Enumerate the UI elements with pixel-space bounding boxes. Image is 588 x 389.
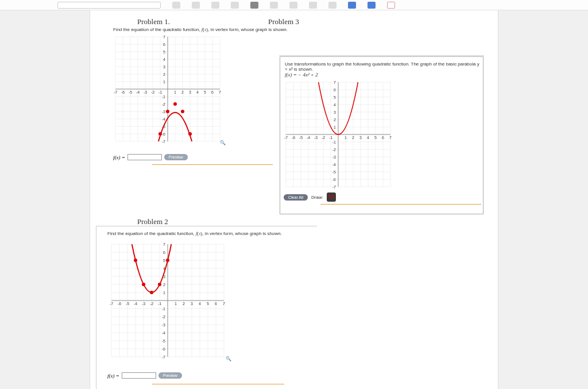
draw-label: Draw: — [311, 195, 323, 200]
bullets-icon[interactable] — [289, 2, 297, 9]
zoom-icon[interactable]: 🔍 — [226, 356, 231, 361]
svg-text:7: 7 — [223, 302, 225, 306]
dotted-rule — [280, 55, 483, 56]
svg-text:-4: -4 — [136, 90, 140, 94]
svg-point-183 — [166, 259, 169, 262]
svg-text:7: 7 — [334, 80, 336, 84]
svg-text:-5: -5 — [299, 136, 303, 140]
svg-text:3: 3 — [163, 65, 165, 69]
list-icon[interactable] — [270, 2, 278, 9]
svg-text:5: 5 — [163, 50, 165, 54]
svg-text:6: 6 — [163, 43, 165, 47]
underline — [320, 204, 481, 205]
font-select[interactable] — [57, 2, 161, 9]
svg-text:1: 1 — [175, 302, 177, 306]
svg-text:-2: -2 — [162, 102, 165, 106]
underline-icon[interactable] — [211, 2, 219, 9]
svg-text:6: 6 — [211, 90, 214, 94]
color-icon[interactable] — [231, 2, 239, 9]
problem1-answer-input[interactable] — [127, 154, 162, 160]
svg-text:5: 5 — [163, 259, 165, 263]
problem3-prompt: Use transformations to graph the followi… — [285, 61, 480, 72]
svg-text:-1: -1 — [332, 140, 336, 144]
svg-text:5: 5 — [207, 302, 209, 306]
svg-text:6: 6 — [334, 88, 336, 92]
svg-text:-1: -1 — [329, 136, 332, 140]
problem3-container: Use transformations to graph the followi… — [280, 56, 483, 214]
top-rule — [96, 226, 317, 226]
svg-text:-4: -4 — [162, 331, 165, 335]
page: Problem 1. Find the equation of the quad… — [90, 10, 498, 389]
svg-text:3: 3 — [191, 302, 193, 306]
svg-text:7: 7 — [389, 136, 392, 140]
svg-text:6: 6 — [382, 136, 384, 140]
problem3-controls: Clear All Draw: — [284, 192, 336, 202]
highlight-icon[interactable] — [250, 2, 258, 9]
problem1-prompt: Find the equation of the quadratic funct… — [113, 27, 288, 33]
svg-text:-5: -5 — [332, 170, 336, 174]
svg-text:1: 1 — [174, 90, 176, 94]
problem2-title: Problem 2 — [137, 217, 168, 226]
svg-text:6: 6 — [163, 251, 165, 255]
draw-icon[interactable] — [348, 2, 356, 9]
svg-text:7: 7 — [219, 90, 221, 94]
svg-text:-6: -6 — [162, 347, 165, 351]
svg-text:-6: -6 — [162, 132, 165, 136]
italic-icon[interactable] — [192, 2, 200, 9]
svg-text:3: 3 — [359, 136, 362, 140]
image-icon[interactable] — [387, 2, 395, 9]
svg-point-181 — [158, 283, 161, 286]
clear-all-button[interactable]: Clear All — [284, 194, 308, 201]
problem2-answer-input[interactable] — [122, 372, 156, 379]
problem1-title: Problem 1. — [137, 17, 170, 26]
svg-text:-7: -7 — [284, 136, 288, 140]
problem2-preview-button[interactable]: Preview — [158, 372, 182, 379]
underline — [152, 384, 284, 384]
svg-text:6: 6 — [215, 302, 217, 306]
svg-text:-4: -4 — [332, 163, 336, 167]
svg-point-59 — [166, 110, 169, 113]
problem3-graph[interactable]: -7-6-5-4-3-2-1 1234567 7654321 -1-2-3-4-… — [284, 80, 393, 189]
svg-text:-4: -4 — [307, 136, 310, 140]
svg-text:-2: -2 — [150, 302, 153, 306]
outdent-icon[interactable] — [328, 2, 336, 9]
svg-text:-7: -7 — [114, 90, 117, 94]
svg-text:-2: -2 — [322, 136, 325, 140]
problem1-preview-button[interactable]: Preview — [164, 154, 188, 160]
svg-text:-1: -1 — [158, 302, 161, 306]
zoom-icon[interactable]: 🔍 — [220, 140, 226, 145]
indent-icon[interactable] — [309, 2, 317, 9]
svg-text:-3: -3 — [314, 136, 318, 140]
svg-text:-2: -2 — [162, 315, 165, 319]
problem2-answer-row: f(x) = Preview — [107, 372, 182, 379]
svg-text:4: 4 — [163, 57, 165, 61]
svg-text:1: 1 — [345, 136, 347, 140]
svg-text:3: 3 — [189, 90, 191, 94]
answer-label: f(x) = — [107, 373, 119, 379]
svg-text:-2: -2 — [151, 90, 154, 94]
svg-text:-6: -6 — [121, 90, 125, 94]
problem1-answer-row: f(x) = Preview — [113, 154, 188, 160]
svg-text:2: 2 — [334, 118, 336, 122]
svg-text:2: 2 — [163, 72, 165, 76]
svg-text:-3: -3 — [142, 302, 145, 306]
svg-text:-3: -3 — [162, 323, 165, 327]
bold-icon[interactable] — [172, 2, 180, 9]
answer-label: f(x) = — [113, 155, 125, 160]
svg-text:-5: -5 — [162, 339, 165, 343]
svg-point-180 — [142, 283, 145, 286]
svg-text:1: 1 — [163, 291, 165, 295]
svg-text:-7: -7 — [162, 140, 165, 144]
svg-point-60 — [181, 110, 184, 113]
svg-text:2: 2 — [183, 302, 185, 306]
parabola-tool-icon[interactable] — [327, 192, 336, 202]
svg-text:1: 1 — [163, 80, 165, 84]
marker-icon[interactable] — [368, 2, 376, 9]
svg-text:5: 5 — [334, 95, 336, 99]
svg-text:4: 4 — [334, 103, 336, 107]
svg-text:1: 1 — [334, 125, 336, 129]
problem3-title: Problem 3 — [268, 17, 299, 26]
svg-text:-4: -4 — [162, 117, 165, 121]
toolbar — [0, 0, 588, 10]
underline — [152, 164, 273, 165]
